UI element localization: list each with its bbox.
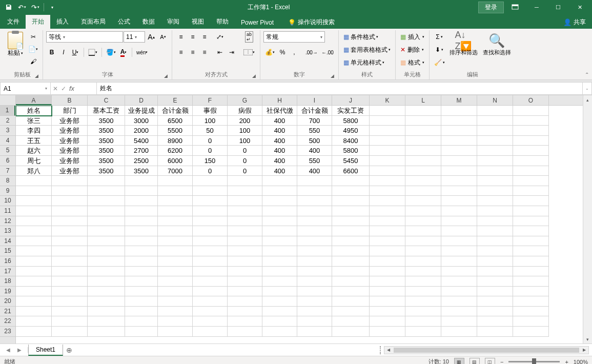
cell[interactable] <box>125 287 158 297</box>
cell[interactable] <box>477 136 513 146</box>
cell[interactable]: 业务部 <box>52 166 88 176</box>
tab-page-layout[interactable]: 页面布局 <box>75 15 112 29</box>
cell[interactable] <box>88 327 125 337</box>
row-header[interactable]: 20 <box>0 296 15 307</box>
cell[interactable] <box>441 256 477 267</box>
decrease-indent-button[interactable]: ⇤ <box>214 47 226 58</box>
cell[interactable]: 张三 <box>16 116 52 126</box>
zoom-out-button[interactable]: − <box>500 359 503 365</box>
cell[interactable] <box>16 206 52 216</box>
column-header[interactable]: N <box>477 95 513 105</box>
cell[interactable] <box>477 236 513 247</box>
row-header[interactable]: 14 <box>0 236 15 247</box>
cell[interactable] <box>477 296 513 307</box>
cell[interactable]: 8900 <box>158 136 193 146</box>
cell[interactable] <box>228 216 262 227</box>
clipboard-launcher[interactable]: ◢ <box>35 73 38 78</box>
cell[interactable] <box>193 226 228 236</box>
cell[interactable] <box>405 176 441 186</box>
cell[interactable] <box>262 196 297 206</box>
cell[interactable] <box>477 116 513 126</box>
row-header[interactable]: 10 <box>0 196 15 206</box>
delete-cells-button[interactable]: ✕ 删除▾ <box>399 44 425 55</box>
cell[interactable] <box>370 216 405 227</box>
cell[interactable] <box>16 176 52 186</box>
cell[interactable] <box>193 176 228 186</box>
cell[interactable] <box>262 226 297 236</box>
cell[interactable] <box>370 236 405 247</box>
cell[interactable] <box>297 206 332 216</box>
column-header[interactable]: F <box>193 95 228 105</box>
number-launcher[interactable]: ◢ <box>331 73 334 78</box>
cell[interactable]: 0 <box>193 136 228 146</box>
page-break-view-button[interactable]: ◫ <box>485 358 495 365</box>
cell[interactable] <box>477 246 513 256</box>
cut-button[interactable]: ✂ <box>27 31 39 43</box>
cell[interactable] <box>88 267 125 277</box>
row-header[interactable]: 2 <box>0 116 15 126</box>
cell[interactable] <box>332 327 370 337</box>
cell[interactable]: 业务部 <box>52 126 88 136</box>
cell[interactable] <box>88 296 125 307</box>
alignment-launcher[interactable]: ◢ <box>252 73 256 78</box>
cell[interactable] <box>405 267 441 277</box>
cell[interactable]: 5400 <box>125 136 158 146</box>
cell[interactable] <box>370 287 405 297</box>
cell[interactable] <box>297 316 332 327</box>
cell[interactable] <box>88 236 125 247</box>
cell[interactable] <box>370 186 405 196</box>
underline-button[interactable]: U▾ <box>70 47 81 58</box>
cell[interactable] <box>88 276 125 287</box>
cell[interactable] <box>405 136 441 146</box>
cell[interactable] <box>513 126 549 136</box>
cell[interactable] <box>158 267 193 277</box>
cell[interactable] <box>193 236 228 247</box>
redo-button[interactable]: ↷▾ <box>29 1 42 13</box>
cell[interactable] <box>125 256 158 267</box>
cell[interactable] <box>16 327 52 337</box>
cell[interactable] <box>370 136 405 146</box>
cell[interactable] <box>513 246 549 256</box>
row-header[interactable]: 16 <box>0 256 15 267</box>
cell[interactable]: 7000 <box>158 166 193 176</box>
cell[interactable]: 3500 <box>88 166 125 176</box>
cell[interactable] <box>16 226 52 236</box>
cell[interactable] <box>332 256 370 267</box>
cell[interactable] <box>405 236 441 247</box>
cell[interactable]: 6000 <box>158 156 193 166</box>
row-header[interactable]: 18 <box>0 276 15 287</box>
cell[interactable] <box>158 216 193 227</box>
cell[interactable]: 业务提成 <box>125 106 158 116</box>
cell[interactable] <box>297 256 332 267</box>
cell[interactable] <box>125 276 158 287</box>
cell[interactable] <box>513 116 549 126</box>
cell[interactable]: 0 <box>228 156 262 166</box>
scroll-left-button[interactable]: ◀ <box>384 347 393 354</box>
close-button[interactable]: ✕ <box>569 1 590 13</box>
cell[interactable] <box>228 327 262 337</box>
cell[interactable] <box>193 216 228 227</box>
cell[interactable] <box>297 307 332 317</box>
cell[interactable] <box>158 256 193 267</box>
cell[interactable]: 6500 <box>158 116 193 126</box>
conditional-format-button[interactable]: ▦ 条件格式▾ <box>342 31 380 43</box>
cell[interactable] <box>193 186 228 196</box>
cell[interactable] <box>158 287 193 297</box>
cell[interactable]: 3500 <box>88 136 125 146</box>
row-header[interactable]: 5 <box>0 146 15 156</box>
cell[interactable] <box>332 296 370 307</box>
cell[interactable] <box>158 296 193 307</box>
cell[interactable] <box>441 126 477 136</box>
cell[interactable] <box>193 287 228 297</box>
cell[interactable] <box>88 176 125 186</box>
cell[interactable] <box>405 126 441 136</box>
cell[interactable] <box>125 206 158 216</box>
cell[interactable] <box>125 236 158 247</box>
cell[interactable]: 姓名 <box>16 106 52 116</box>
cell[interactable] <box>370 296 405 307</box>
grow-font-button[interactable]: A▴ <box>146 31 157 43</box>
cell[interactable] <box>52 327 88 337</box>
select-all-corner[interactable] <box>0 95 16 106</box>
fill-button[interactable]: ⬇▾ <box>433 44 446 55</box>
font-size-combo[interactable]: 11▾ <box>124 31 145 43</box>
